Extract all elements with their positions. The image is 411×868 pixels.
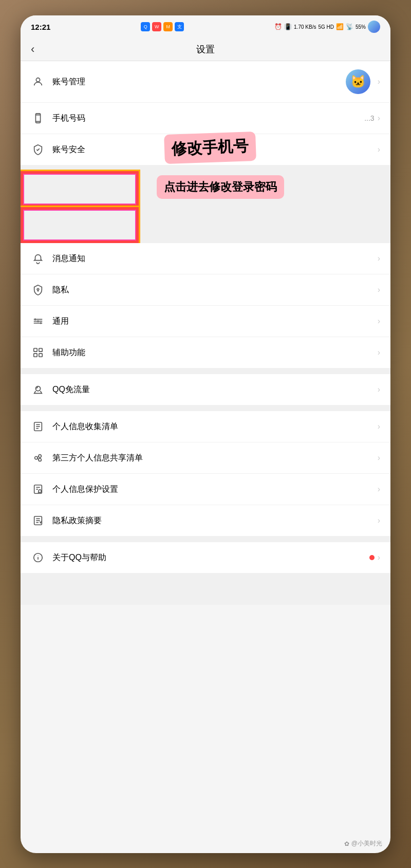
nav-bar: ‹ 设置	[21, 38, 390, 61]
third-party-item[interactable]: 第三方个人信息共享清单 ›	[21, 442, 390, 474]
accessibility-item[interactable]: 辅助功能 ›	[21, 337, 390, 368]
status-time: 12:21	[31, 23, 50, 31]
signal-icon: 📶	[336, 23, 344, 30]
privacy-docs-section: 个人信息收集清单 › 第三方个人信息共享清单 ›	[21, 411, 390, 536]
chevron-icon-account: ›	[378, 77, 380, 86]
chevron-accessibility: ›	[378, 348, 380, 357]
svg-point-23	[39, 458, 42, 461]
accessibility-icon	[31, 345, 45, 360]
chevron-general: ›	[378, 317, 380, 326]
about-section: 关于QQ与帮助 ›	[21, 542, 390, 573]
wifi-icon: 📡	[346, 23, 353, 30]
chevron-privacy-protect: ›	[378, 485, 380, 494]
qq-flow-label: QQ免流量	[52, 384, 378, 395]
main-settings-section: 消息通知 › 隐私 ›	[21, 243, 390, 368]
watermark-icon: ✿	[344, 840, 349, 847]
back-button[interactable]: ‹	[31, 43, 34, 56]
phone-right: ...3 ›	[364, 114, 380, 123]
avatar: 🐱	[346, 69, 370, 94]
chevron-third-party: ›	[378, 453, 380, 463]
app-icon-4: 支	[175, 22, 184, 31]
bell-icon	[31, 251, 45, 266]
qq-flow-item[interactable]: QQ免流量 ›	[21, 374, 390, 405]
annotation-text-security: 点击进去修改登录密码	[157, 175, 284, 199]
watermark: ✿ @小美时光	[344, 839, 382, 848]
about-label: 关于QQ与帮助	[52, 552, 369, 563]
account-management-item[interactable]: 账号管理 🐱 ›	[21, 61, 390, 103]
shield-icon	[31, 142, 45, 157]
account-management-label: 账号管理	[52, 77, 346, 87]
phone-number-label: 手机号码	[52, 113, 364, 124]
alarm-icon: ⏰	[274, 23, 282, 30]
watermark-text: @小美时光	[351, 839, 382, 848]
svg-rect-12	[34, 348, 37, 352]
app-icon-3: M	[163, 22, 173, 31]
general-label: 通用	[52, 316, 378, 327]
privacy-item[interactable]: 隐私 ›	[21, 274, 390, 306]
svg-rect-14	[34, 354, 37, 357]
security-right: ›	[378, 145, 380, 154]
vibrate-icon: 📳	[284, 23, 292, 30]
settings-container: 账号管理 🐱 ›	[21, 61, 390, 605]
about-icon	[31, 550, 45, 565]
status-right-icons: ⏰ 📳 1.70 KB/s 5G HD 📶 📡 55%	[274, 21, 380, 33]
general-item[interactable]: 通用 ›	[21, 306, 390, 337]
personal-info-label: 个人信息收集清单	[52, 421, 378, 432]
personal-info-item[interactable]: 个人信息收集清单 ›	[21, 411, 390, 442]
privacy-protect-icon	[31, 482, 45, 496]
battery-level: 55%	[356, 24, 366, 30]
privacy-policy-label: 隐私政策摘要	[52, 515, 378, 526]
page-title: 设置	[196, 43, 215, 56]
personal-info-icon	[31, 419, 45, 434]
chevron-personal-info: ›	[378, 422, 380, 431]
app-icon-2: W	[152, 22, 161, 31]
status-app-icons: Q W M 支	[141, 22, 184, 31]
network-speed: 1.70 KB/s	[294, 24, 316, 30]
chevron-privacy-policy: ›	[378, 516, 380, 525]
status-bar: 12:21 Q W M 支 ⏰ 📳 1.70 KB/s 5G HD 📶 📡 55…	[21, 15, 390, 38]
phone-number-item[interactable]: 手机号码 ...3 ›	[21, 103, 390, 134]
svg-point-4	[37, 288, 39, 290]
accessibility-label: 辅助功能	[52, 347, 378, 358]
svg-point-0	[36, 78, 40, 82]
svg-point-22	[39, 455, 42, 458]
privacy-protect-label: 个人信息保护设置	[52, 484, 378, 495]
chevron-notifications: ›	[378, 254, 380, 263]
person-icon	[31, 75, 45, 89]
qq-flow-section: QQ免流量 ›	[21, 374, 390, 405]
about-item[interactable]: 关于QQ与帮助 ›	[21, 542, 390, 573]
privacy-label: 隐私	[52, 285, 378, 296]
avatar-emoji: 🐱	[350, 75, 366, 89]
app-icon-1: Q	[141, 22, 150, 31]
red-dot-badge	[369, 555, 375, 560]
about-right: ›	[369, 553, 380, 562]
bottom-spacer	[21, 579, 390, 605]
chevron-icon-phone: ›	[378, 114, 380, 123]
chevron-icon-security: ›	[378, 145, 380, 154]
general-icon	[31, 314, 45, 328]
account-right: 🐱 ›	[346, 69, 380, 94]
svg-line-30	[38, 492, 39, 493]
chevron-privacy: ›	[378, 285, 380, 294]
privacy-protect-item[interactable]: 个人信息保护设置 ›	[21, 474, 390, 505]
svg-rect-15	[39, 354, 42, 357]
third-party-label: 第三方个人信息共享清单	[52, 453, 378, 464]
phone-icon	[31, 111, 45, 125]
annotation-text-phone: 修改手机号	[164, 132, 256, 164]
svg-line-24	[38, 456, 39, 457]
avatar-small	[368, 21, 380, 33]
privacy-policy-item[interactable]: 隐私政策摘要 ›	[21, 505, 390, 536]
svg-point-21	[35, 456, 38, 459]
network-type: 5G HD	[318, 24, 334, 30]
privacy-icon	[31, 283, 45, 297]
account-section: 账号管理 🐱 ›	[21, 61, 390, 243]
third-party-icon	[31, 451, 45, 465]
oval-annotation-2	[21, 207, 139, 243]
chevron-qq-flow: ›	[378, 385, 380, 394]
privacy-policy-icon	[31, 513, 45, 528]
svg-line-25	[38, 458, 39, 459]
notifications-label: 消息通知	[52, 253, 378, 264]
notifications-item[interactable]: 消息通知 ›	[21, 243, 390, 274]
qq-flow-icon	[31, 382, 45, 397]
chevron-about: ›	[378, 553, 380, 562]
